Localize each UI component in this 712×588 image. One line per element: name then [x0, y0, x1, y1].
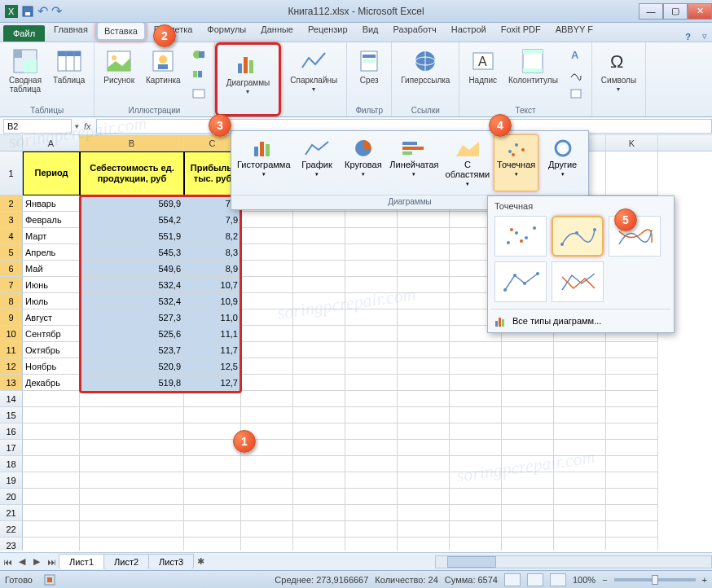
cell[interactable]: [502, 391, 554, 407]
cell[interactable]: [293, 326, 345, 342]
cell[interactable]: [241, 407, 293, 423]
cell[interactable]: [345, 391, 398, 407]
cell[interactable]: Апрель: [23, 244, 80, 261]
save-icon[interactable]: [21, 5, 34, 18]
cell[interactable]: [502, 505, 554, 521]
cell[interactable]: Июнь: [23, 277, 80, 293]
cell[interactable]: [450, 375, 502, 391]
cell[interactable]: [554, 456, 606, 472]
cell[interactable]: [450, 358, 502, 375]
cell[interactable]: [184, 538, 241, 551]
cell[interactable]: [241, 309, 293, 326]
tab-настрой[interactable]: Настрой: [444, 20, 494, 42]
cell[interactable]: [241, 456, 293, 472]
scatter-smooth-markers[interactable]: [552, 216, 604, 257]
cell[interactable]: [398, 293, 450, 309]
cell[interactable]: [554, 358, 606, 375]
row-header[interactable]: 16: [0, 423, 23, 440]
fx-button[interactable]: fx: [79, 121, 96, 131]
cell[interactable]: [23, 456, 80, 472]
cell[interactable]: [184, 423, 241, 440]
row-header[interactable]: 1: [0, 151, 23, 195]
cell[interactable]: [80, 391, 184, 407]
tab-вид[interactable]: Вид: [355, 20, 386, 42]
cell[interactable]: [23, 440, 80, 456]
cell[interactable]: [554, 521, 606, 538]
cell[interactable]: [23, 505, 80, 521]
cell[interactable]: [450, 456, 502, 472]
row-header[interactable]: 5: [0, 244, 23, 261]
cell[interactable]: [345, 375, 398, 391]
zoom-slider[interactable]: [614, 578, 696, 581]
sheet-tab[interactable]: Лист1: [59, 554, 104, 569]
cell[interactable]: [293, 505, 345, 521]
view-page-break[interactable]: [550, 573, 566, 586]
cell[interactable]: [23, 423, 80, 440]
cell[interactable]: [241, 505, 293, 521]
tab-вставка[interactable]: Вставка: [95, 20, 147, 42]
zoom-level[interactable]: 100%: [573, 575, 596, 585]
cell[interactable]: [345, 228, 398, 244]
cell[interactable]: [606, 342, 658, 358]
tab-данные[interactable]: Данные: [253, 20, 301, 42]
cell[interactable]: [184, 456, 241, 472]
close-button[interactable]: ✕: [688, 3, 712, 20]
redo-icon[interactable]: ↷: [51, 3, 62, 19]
cell[interactable]: [293, 489, 345, 505]
cell[interactable]: [606, 440, 658, 456]
horizontal-scrollbar[interactable]: [435, 555, 712, 568]
cell[interactable]: [606, 407, 658, 423]
cell[interactable]: [184, 489, 241, 505]
smartart-button[interactable]: [188, 65, 209, 83]
cell[interactable]: [241, 228, 293, 244]
cell[interactable]: [241, 277, 293, 293]
cell[interactable]: [398, 505, 450, 521]
cell[interactable]: [345, 505, 398, 521]
cell[interactable]: [293, 293, 345, 309]
cell[interactable]: [450, 391, 502, 407]
chart-type-3[interactable]: Линейчатая▾: [387, 134, 441, 191]
cell[interactable]: [606, 538, 658, 551]
cell[interactable]: [398, 342, 450, 358]
cell[interactable]: [80, 489, 184, 505]
sheet-tab[interactable]: Лист2: [103, 554, 149, 569]
cell[interactable]: [293, 521, 345, 538]
cell[interactable]: [241, 293, 293, 309]
cell[interactable]: [502, 423, 554, 440]
cell[interactable]: [23, 489, 80, 505]
shapes-button[interactable]: [188, 46, 209, 64]
cell[interactable]: [241, 521, 293, 538]
cell[interactable]: [450, 472, 502, 489]
cell[interactable]: [502, 440, 554, 456]
cell[interactable]: Май: [23, 261, 80, 277]
cell[interactable]: [345, 440, 398, 456]
cell[interactable]: [554, 342, 606, 358]
cell[interactable]: [398, 391, 450, 407]
cell[interactable]: [241, 261, 293, 277]
picture-button[interactable]: Рисунок: [99, 46, 138, 87]
cell[interactable]: Август: [23, 309, 80, 326]
cell[interactable]: [23, 521, 80, 538]
maximize-button[interactable]: ▢: [663, 3, 688, 20]
cell[interactable]: [345, 342, 398, 358]
row-header[interactable]: 3: [0, 212, 23, 228]
row-header[interactable]: 19: [0, 472, 23, 489]
view-normal[interactable]: [504, 573, 521, 586]
cell[interactable]: [184, 472, 241, 489]
cell[interactable]: [606, 456, 658, 472]
sheet-nav-next[interactable]: ▶: [29, 556, 44, 567]
clipart-button[interactable]: Картинка: [142, 46, 185, 87]
col-header-K[interactable]: K: [606, 135, 658, 151]
cell[interactable]: Ноябрь: [23, 358, 80, 375]
select-all-corner[interactable]: [0, 135, 23, 151]
macro-record-icon[interactable]: [44, 574, 55, 586]
cell[interactable]: [554, 440, 606, 456]
cell[interactable]: [241, 375, 293, 391]
cell[interactable]: [184, 521, 241, 538]
cell[interactable]: [293, 228, 345, 244]
cell[interactable]: [241, 342, 293, 358]
cell[interactable]: Июль: [23, 293, 80, 309]
cell[interactable]: [345, 489, 398, 505]
col-header-B[interactable]: B: [80, 135, 184, 151]
chart-type-1[interactable]: График▾: [295, 134, 340, 191]
